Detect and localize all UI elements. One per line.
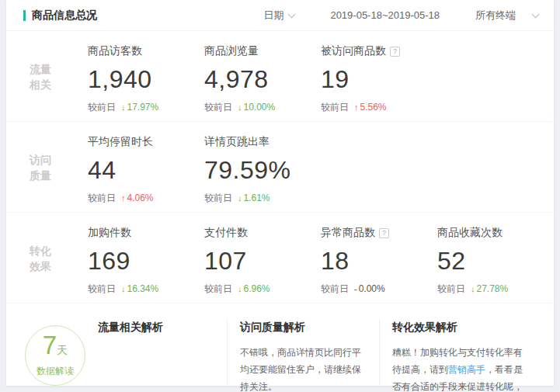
date-range[interactable]: 2019-05-18~2019-05-18 bbox=[330, 9, 440, 21]
metric-product-visitors: 商品访客数 1,940 较前日 ↓17.97% bbox=[88, 40, 204, 113]
section-label-conversion: 转化 效果 bbox=[30, 222, 88, 295]
metric-label: 加购件数 bbox=[88, 226, 131, 240]
metrics-row: 商品访客数 1,940 较前日 ↓17.97% 商品浏览量 4,978 较前日 … bbox=[88, 40, 437, 113]
metric-label: 异常商品数 bbox=[321, 226, 375, 240]
insight-traffic: 流量相关解析 bbox=[93, 319, 227, 392]
trend-arrow-icon: ↑ bbox=[121, 193, 126, 203]
metrics-row: 加购件数 169 较前日 ↓16.34% 支付件数 107 较前日 ↓6.96%… bbox=[88, 222, 554, 295]
compare-label: 较前日 bbox=[88, 283, 116, 296]
trend-arrow-icon: ↓ bbox=[238, 193, 242, 203]
section-traffic: 流量 相关 商品访客数 1,940 较前日 ↓17.97% 商品浏览量 4,97… bbox=[6, 31, 554, 122]
terminal-dropdown-label: 所有终端 bbox=[475, 9, 516, 23]
section-label-traffic: 流量 相关 bbox=[30, 40, 88, 113]
badge-caption: 数据解读 bbox=[37, 365, 74, 378]
metric-change: 较前日 ↓27.78% bbox=[437, 283, 554, 295]
metric-value: 52 bbox=[437, 247, 554, 275]
date-dropdown-label: 日期 bbox=[263, 9, 283, 23]
dashboard-card: 商品信息总况 日期 2019-05-18~2019-05-18 所有终端 流量 … bbox=[6, 0, 554, 386]
change-percent: 27.78% bbox=[477, 283, 509, 294]
title-accent-bar bbox=[23, 10, 26, 21]
compare-label: 较前日 bbox=[437, 283, 465, 296]
seven-day-badge: 7 天 数据解读 bbox=[25, 325, 85, 386]
change-percent: 5.56% bbox=[360, 102, 387, 113]
trend-arrow-icon: ↑ bbox=[354, 102, 359, 112]
date-dropdown[interactable]: 日期 bbox=[263, 9, 294, 23]
help-icon[interactable]: ? bbox=[379, 228, 389, 238]
metric-value: 44 bbox=[88, 156, 204, 184]
metric-change: 较前日 ↓6.96% bbox=[204, 283, 321, 295]
metric-change: 较前日 ↑4.06% bbox=[88, 192, 204, 204]
metric-label: 被访问商品数 bbox=[321, 44, 386, 58]
metric-avg-stay-duration: 平均停留时长 44 较前日 ↑4.06% bbox=[88, 131, 204, 204]
metric-change: 较前日 ↓17.97% bbox=[88, 101, 204, 113]
metric-visited-products: 被访问商品数 ? 19 较前日 ↑5.56% bbox=[321, 40, 437, 113]
change-percent: 10.00% bbox=[244, 102, 276, 113]
metric-change: 较前日 ↓10.00% bbox=[204, 101, 321, 113]
metric-value: 1,940 bbox=[88, 65, 204, 93]
change-percent: 17.97% bbox=[127, 102, 159, 113]
change-percent: 4.06% bbox=[127, 193, 154, 203]
compare-label: 较前日 bbox=[204, 283, 232, 296]
metric-value: 107 bbox=[204, 247, 321, 275]
insights-section: 7 天 数据解读 流量相关解析 访问质量解析 不错哦，商品详情页比同行平均还要能… bbox=[6, 304, 554, 392]
compare-label: 较前日 bbox=[204, 101, 232, 114]
metric-product-favorites: 商品收藏次数 52 较前日 ↓27.78% bbox=[437, 222, 554, 295]
chevron-down-icon bbox=[288, 10, 296, 18]
marketing-master-link[interactable]: 营销高手 bbox=[448, 364, 485, 375]
metric-label: 商品收藏次数 bbox=[437, 226, 503, 240]
metric-change: 较前日 -0.00% bbox=[321, 283, 437, 295]
metric-product-pageviews: 商品浏览量 4,978 较前日 ↓10.00% bbox=[204, 40, 321, 113]
section-label-visit-quality: 访问 质量 bbox=[30, 131, 88, 204]
metric-paid-items: 支付件数 107 较前日 ↓6.96% bbox=[204, 222, 321, 295]
trend-arrow-icon: ↓ bbox=[121, 284, 126, 293]
header: 商品信息总况 日期 2019-05-18~2019-05-18 所有终端 bbox=[6, 0, 554, 31]
change-percent: 0.00% bbox=[359, 283, 385, 294]
compare-label: 较前日 bbox=[321, 283, 349, 296]
metric-add-to-cart-items: 加购件数 169 较前日 ↓16.34% bbox=[88, 222, 204, 295]
metric-value: 79.59% bbox=[204, 156, 321, 184]
badge-unit: 天 bbox=[57, 338, 68, 363]
help-icon[interactable]: ? bbox=[390, 47, 400, 57]
metric-detail-bounce-rate: 详情页跳出率 79.59% 较前日 ↓1.61% bbox=[204, 131, 321, 204]
insight-title: 流量相关解析 bbox=[98, 321, 214, 335]
metric-label: 商品浏览量 bbox=[204, 44, 259, 58]
metric-change: 较前日 ↓16.34% bbox=[88, 283, 204, 295]
compare-label: 较前日 bbox=[88, 192, 116, 205]
badge-number: 7 bbox=[43, 333, 57, 358]
metric-label: 详情页跳出率 bbox=[204, 135, 270, 149]
metric-abnormal-products: 异常商品数 ? 18 较前日 -0.00% bbox=[321, 222, 437, 295]
metric-value: 4,978 bbox=[204, 65, 321, 93]
insight-text: 不错哦，商品详情页比同行平均还要能留住客户，请继续保持关注。 bbox=[240, 344, 367, 392]
metric-value: 19 bbox=[321, 65, 437, 93]
metrics-row: 平均停留时长 44 较前日 ↑4.06% 详情页跳出率 79.59% 较前日 ↓… bbox=[88, 131, 321, 204]
metric-change: 较前日 ↑5.56% bbox=[321, 101, 437, 113]
section-visit-quality: 访问 质量 平均停留时长 44 较前日 ↑4.06% 详情页跳出率 79.59%… bbox=[6, 122, 554, 213]
metric-change: 较前日 ↓1.61% bbox=[204, 192, 321, 204]
metric-value: 18 bbox=[321, 247, 437, 275]
trend-arrow-icon: - bbox=[354, 284, 357, 293]
chevron-down-icon bbox=[532, 10, 540, 18]
trend-arrow-icon: ↓ bbox=[238, 102, 242, 112]
change-percent: 1.61% bbox=[244, 193, 270, 203]
page-title-text: 商品信息总况 bbox=[32, 9, 97, 23]
page-title: 商品信息总况 bbox=[23, 9, 97, 23]
compare-label: 较前日 bbox=[204, 192, 232, 205]
compare-label: 较前日 bbox=[88, 101, 116, 114]
insight-title: 转化效果解析 bbox=[392, 321, 526, 335]
change-percent: 16.34% bbox=[127, 283, 159, 294]
insight-text: 糟糕！加购转化与支付转化率有待提高，请到营销高手，看看是否有合适的手段来促进转化… bbox=[392, 344, 526, 392]
compare-label: 较前日 bbox=[321, 101, 349, 114]
trend-arrow-icon: ↓ bbox=[238, 284, 242, 293]
section-conversion: 转化 效果 加购件数 169 较前日 ↓16.34% 支付件数 107 较前日 … bbox=[6, 213, 554, 304]
metric-label: 平均停留时长 bbox=[88, 135, 153, 149]
metric-label: 支付件数 bbox=[204, 226, 248, 240]
badge-wrap: 7 天 数据解读 bbox=[25, 319, 93, 392]
insight-visit-quality: 访问质量解析 不错哦，商品详情页比同行平均还要能留住客户，请继续保持关注。 bbox=[227, 319, 379, 392]
terminal-dropdown[interactable]: 所有终端 bbox=[475, 9, 538, 23]
change-percent: 6.96% bbox=[244, 283, 270, 294]
trend-arrow-icon: ↓ bbox=[471, 284, 475, 293]
insight-title: 访问质量解析 bbox=[240, 321, 367, 335]
metric-value: 169 bbox=[88, 247, 204, 275]
header-controls: 日期 2019-05-18~2019-05-18 所有终端 bbox=[263, 9, 538, 23]
trend-arrow-icon: ↓ bbox=[121, 102, 126, 112]
